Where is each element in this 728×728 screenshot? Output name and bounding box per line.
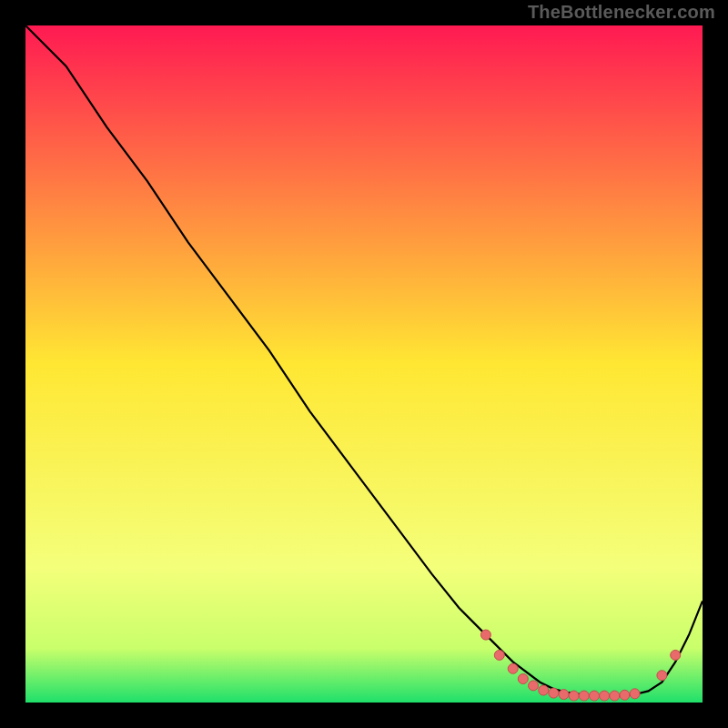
- data-marker: [529, 681, 539, 691]
- data-marker: [549, 688, 559, 698]
- plot-svg: [25, 25, 703, 703]
- data-marker: [569, 691, 579, 701]
- data-marker: [590, 691, 600, 701]
- data-marker: [539, 685, 549, 695]
- data-marker: [671, 650, 681, 660]
- data-marker: [630, 689, 640, 699]
- watermark-label: TheBottlenecker.com: [528, 2, 715, 23]
- data-marker: [559, 690, 569, 700]
- chart-frame: TheBottlenecker.com: [0, 0, 728, 728]
- data-marker: [508, 663, 518, 673]
- data-marker: [579, 691, 589, 701]
- data-marker: [600, 691, 610, 701]
- data-marker: [620, 690, 630, 700]
- data-marker: [657, 671, 667, 681]
- data-marker: [480, 630, 490, 640]
- gradient-background: [25, 25, 703, 703]
- data-marker: [494, 650, 504, 660]
- data-marker: [610, 691, 620, 701]
- plot-area: [25, 25, 703, 703]
- data-marker: [518, 674, 528, 684]
